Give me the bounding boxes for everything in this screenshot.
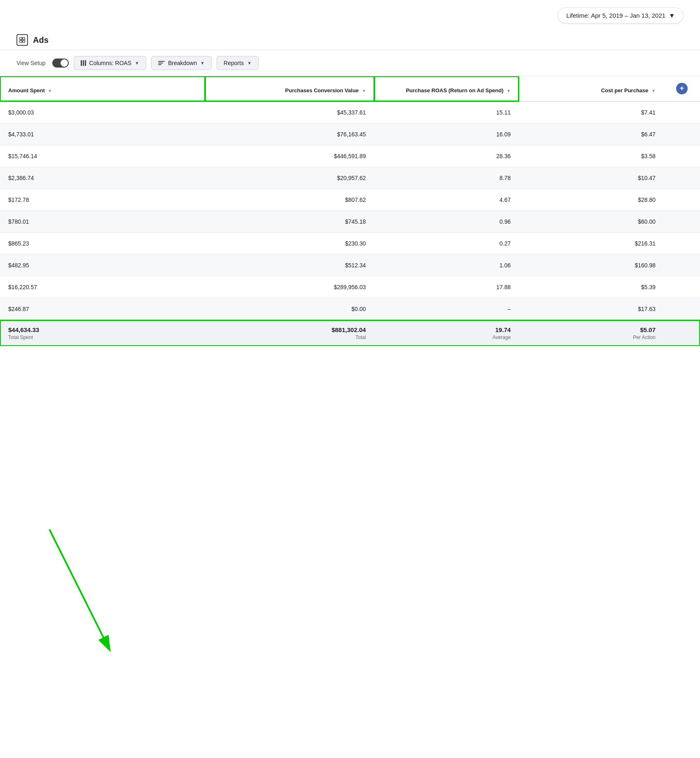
page-title: Ads [33, 35, 49, 45]
cell-purchase_roas: 1.06 [374, 255, 519, 276]
col-header-pcv-label: Purchases Conversion Value [285, 87, 359, 94]
date-selector[interactable]: Lifetime: Apr 5, 2019 – Jan 13, 2021 ▼ [558, 7, 684, 23]
cell-purchases_conversion_value: $289,956.03 [205, 276, 374, 298]
view-setup-label: View Setup [16, 60, 46, 66]
cell-purchases_conversion_value: $45,337.61 [205, 101, 374, 124]
chevron-down-icon: ▼ [247, 61, 252, 66]
cell-purchase_roas: 28.36 [374, 145, 519, 167]
svg-rect-0 [20, 37, 22, 40]
cell-purchases_conversion_value: $0.00 [205, 298, 374, 321]
footer-cpp: $5.07 Per Action [519, 320, 664, 346]
breakdown-label: Breakdown [168, 60, 197, 66]
cell-cost_per_purchase: $160.98 [519, 255, 664, 276]
svg-rect-1 [23, 37, 25, 40]
col-header-amount-spent-label: Amount Spent [8, 87, 45, 94]
cell-purchase_roas: 0.27 [374, 233, 519, 255]
ads-icon [16, 34, 28, 46]
cell-amount_spent: $482.95 [0, 255, 205, 276]
cell-cost_per_purchase: $10.47 [519, 167, 664, 189]
col-header-purchase-roas[interactable]: Purchase ROAS (Return on Ad Spend) ▼ [374, 76, 519, 101]
table-row: $865.23$230.300.27$216.31 [0, 233, 700, 255]
svg-rect-2 [20, 40, 22, 42]
col-header-amount-spent[interactable]: Amount Spent ▼ [0, 76, 205, 101]
cell-purchases_conversion_value: $230.30 [205, 233, 374, 255]
cell-amount_spent: $4,733.01 [0, 124, 205, 145]
col-header-purchases-conversion-value[interactable]: Purchases Conversion Value ▼ [205, 76, 374, 101]
toolbar: View Setup Columns: ROAS ▼ Breakdown ▼ R… [0, 50, 700, 76]
table-row: $4,733.01$76,163.4516.09$6.47 [0, 124, 700, 145]
cell-amount_spent: $780.01 [0, 211, 205, 233]
cell-cost_per_purchase: $216.31 [519, 233, 664, 255]
cell-amount_spent: $15,746.14 [0, 145, 205, 167]
columns-button[interactable]: Columns: ROAS ▼ [74, 56, 147, 70]
sort-icon: ▼ [506, 88, 511, 94]
cell-purchase_roas: 17.88 [374, 276, 519, 298]
data-table-container: Amount Spent ▼ Purchases Conversion Valu… [0, 76, 700, 346]
cell-add [664, 167, 700, 189]
reports-button[interactable]: Reports ▼ [217, 56, 259, 70]
cell-amount_spent: $246.87 [0, 298, 205, 321]
cell-amount_spent: $3,000.03 [0, 101, 205, 124]
cell-add [664, 124, 700, 145]
cell-add [664, 276, 700, 298]
table-row: $246.87$0.00–$17.63 [0, 298, 700, 321]
ads-header: Ads [0, 28, 700, 50]
breakdown-button[interactable]: Breakdown ▼ [151, 56, 212, 70]
totals-row: $44,634.33 Total Spent $881,302.04 Total… [0, 320, 700, 346]
cell-purchases_conversion_value: $512.34 [205, 255, 374, 276]
cell-amount_spent: $865.23 [0, 233, 205, 255]
reports-label: Reports [224, 60, 244, 66]
cell-add [664, 255, 700, 276]
cell-cost_per_purchase: $28.80 [519, 189, 664, 211]
cell-cost_per_purchase: $3.58 [519, 145, 664, 167]
table-row: $3,000.03$45,337.6115.11$7.41 [0, 101, 700, 124]
table-row: $2,386.74$20,957.628.78$10.47 [0, 167, 700, 189]
cell-purchase_roas: 8.78 [374, 167, 519, 189]
cell-cost_per_purchase: $17.63 [519, 298, 664, 321]
col-header-roas-label: Purchase ROAS (Return on Ad Spend) [406, 87, 504, 94]
cell-cost_per_purchase: $5.39 [519, 276, 664, 298]
table-row: $780.01$745.180.96$60.00 [0, 211, 700, 233]
cell-purchase_roas: 15.11 [374, 101, 519, 124]
view-setup-toggle[interactable] [52, 58, 69, 68]
columns-icon [81, 60, 86, 66]
cell-purchase_roas: 16.09 [374, 124, 519, 145]
cell-cost_per_purchase: $6.47 [519, 124, 664, 145]
columns-label: Columns: ROAS [89, 60, 132, 66]
cell-purchase_roas: 4.67 [374, 189, 519, 211]
footer-add [664, 320, 700, 346]
footer-roas: 19.74 Average [374, 320, 519, 346]
table-row: $172.78$807.624.67$28.80 [0, 189, 700, 211]
cell-purchases_conversion_value: $76,163.45 [205, 124, 374, 145]
cell-cost_per_purchase: $60.00 [519, 211, 664, 233]
date-bar: Lifetime: Apr 5, 2019 – Jan 13, 2021 ▼ [0, 0, 700, 28]
cell-purchase_roas: 0.96 [374, 211, 519, 233]
cell-add [664, 211, 700, 233]
col-header-cost-per-purchase[interactable]: Cost per Purchase ▼ [519, 76, 664, 101]
cell-purchases_conversion_value: $807.62 [205, 189, 374, 211]
sort-icon: ▼ [651, 88, 656, 94]
table-wrapper: Amount Spent ▼ Purchases Conversion Valu… [0, 76, 700, 346]
breakdown-icon [158, 61, 165, 65]
col-header-add: + [664, 76, 700, 101]
table-row: $15,746.14$446,591.8928.36$3.58 [0, 145, 700, 167]
cell-cost_per_purchase: $7.41 [519, 101, 664, 124]
cell-amount_spent: $2,386.74 [0, 167, 205, 189]
cell-purchase_roas: – [374, 298, 519, 321]
cell-purchases_conversion_value: $446,591.89 [205, 145, 374, 167]
col-header-cpp-label: Cost per Purchase [601, 87, 649, 94]
sort-icon: ▼ [362, 88, 366, 94]
chevron-down-icon: ▼ [135, 61, 139, 66]
chevron-down-icon: ▼ [669, 12, 675, 19]
cell-amount_spent: $16,220.57 [0, 276, 205, 298]
add-column-button[interactable]: + [676, 83, 688, 94]
svg-line-5 [49, 529, 107, 645]
footer-amount-spent: $44,634.33 Total Spent [0, 320, 205, 346]
cell-add [664, 298, 700, 321]
footer-pcv: $881,302.04 Total [205, 320, 374, 346]
cell-add [664, 145, 700, 167]
data-table: Amount Spent ▼ Purchases Conversion Valu… [0, 76, 700, 346]
table-row: $16,220.57$289,956.0317.88$5.39 [0, 276, 700, 298]
cell-amount_spent: $172.78 [0, 189, 205, 211]
sort-icon: ▼ [48, 88, 52, 94]
